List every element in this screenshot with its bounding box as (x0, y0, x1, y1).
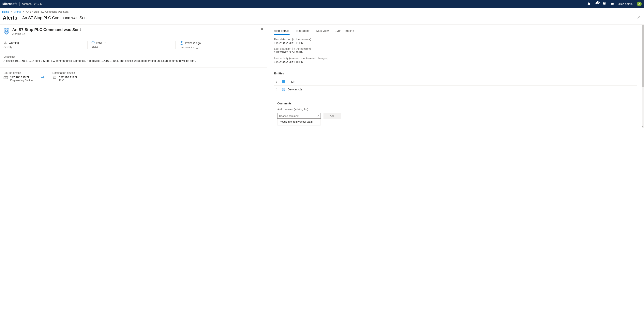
workstation-icon: </> (4, 76, 8, 80)
severity-value: Warning (9, 41, 19, 44)
source-device[interactable]: Source device </> 192.168.119.22 Enginee… (4, 71, 32, 82)
breadcrumb-sep: > (11, 10, 12, 13)
ip-icon (282, 80, 286, 84)
page-subtitle: An S7 Stop PLC Command was Sent (22, 16, 88, 20)
entity-ip-label: IP (2) (288, 80, 294, 83)
tab-take-action[interactable]: Take action (296, 28, 310, 35)
source-device-type: Engineering Station (10, 79, 32, 82)
destination-device-ip: 192.168.119.3 (59, 76, 77, 79)
breadcrumb-current: An S7 Stop PLC Command was Sent (26, 10, 68, 13)
close-icon[interactable] (636, 15, 641, 21)
brand-logo: Microsoft (2, 2, 20, 6)
comments-section: Comments Add comment (existing list) Cho… (274, 98, 345, 128)
shield-icon (4, 28, 10, 34)
svg-rect-3 (5, 42, 6, 44)
comments-sub: Add comment (existing list) (277, 108, 342, 111)
scrollbar-thumb[interactable] (642, 25, 644, 87)
first-detection-value: 11/22/2022, 3:51:11 PM (274, 41, 637, 44)
username-label[interactable]: alice-admin (618, 2, 632, 6)
chevron-down-icon (316, 115, 319, 117)
comment-dropdown: Needs info from vendor team (277, 119, 321, 125)
svg-rect-9 (53, 76, 56, 79)
last-detection-net-value: 11/22/2022, 3:54:38 PM (274, 51, 637, 54)
alert-summary-panel: An S7 Stop PLC Command was Sent Alert ID… (0, 25, 267, 128)
add-comment-button[interactable]: Add (324, 113, 341, 119)
bell-icon[interactable]: 0 (595, 2, 598, 6)
notification-badge: 0 (597, 1, 600, 4)
last-activity-label: Last activity (manual or automated chang… (274, 57, 637, 60)
destination-device[interactable]: Destination device 192.168.119.3 PLC (52, 71, 77, 82)
status-value: New (96, 41, 102, 44)
severity-stat: Warning Severity (4, 41, 88, 49)
comment-placeholder: Choose comment (279, 114, 299, 118)
entities-heading: Entities (274, 72, 637, 75)
destination-device-type: PLC (59, 79, 77, 82)
clock-icon (180, 41, 184, 45)
svg-rect-4 (5, 44, 6, 44)
details-tabs: Alert details Take action Map view Event… (274, 28, 637, 35)
arrow-right-icon (40, 76, 44, 79)
svg-marker-14 (282, 88, 285, 91)
alert-id: Alert ID: 17 (12, 32, 81, 35)
last-detection-net-label: Last detection (in the network) (274, 47, 637, 50)
status-stat[interactable]: New Status (88, 41, 176, 49)
source-device-ip: 192.168.119.22 (10, 76, 32, 79)
title-bar: Alerts An S7 Stop PLC Command was Sent (0, 15, 644, 24)
info-icon[interactable] (196, 46, 198, 49)
svg-rect-10 (54, 77, 54, 78)
alert-title: An S7 Stop PLC Command was Sent (12, 28, 81, 32)
last-detection-stat: 2 weeks ago Last detection (176, 41, 264, 49)
svg-rect-1 (6, 30, 7, 31)
spinner-icon (92, 41, 95, 44)
svg-text:</>: </> (5, 77, 6, 78)
book-icon[interactable] (602, 2, 606, 6)
comment-combobox[interactable]: Choose comment (277, 113, 321, 119)
description-label: Description (4, 56, 264, 58)
svg-rect-13 (282, 81, 285, 81)
destination-device-label: Destination device (52, 71, 77, 74)
cloud-icon[interactable] (610, 2, 614, 6)
tenant-label: contoso - 22.2.6 (22, 2, 42, 6)
source-device-label: Source device (4, 71, 32, 74)
tab-alert-details[interactable]: Alert details (274, 28, 289, 35)
plc-icon (52, 76, 57, 80)
chevron-right-icon[interactable] (276, 80, 278, 83)
chevron-right-icon[interactable] (276, 88, 278, 90)
svg-rect-11 (54, 78, 56, 78)
tab-event-timeline[interactable]: Event Timeline (335, 28, 354, 35)
warning-icon (4, 41, 7, 44)
top-nav: Microsoft contoso - 22.2.6 0 alice-admin… (0, 0, 644, 8)
scrollbar[interactable]: ▲ ▼ (642, 25, 644, 128)
description-text: A device 192.168.119.22 sent a Stop PLC … (4, 59, 264, 63)
status-label: Status (92, 46, 173, 48)
collapse-icon[interactable] (260, 28, 264, 31)
avatar[interactable]: A (637, 2, 642, 6)
breadcrumb-sep: > (23, 10, 24, 13)
tab-map-view[interactable]: Map view (316, 28, 328, 35)
gear-icon[interactable] (587, 2, 590, 6)
scroll-down-icon[interactable]: ▼ (642, 126, 644, 128)
entity-ip-row[interactable]: IP (2) (274, 78, 637, 86)
comment-option[interactable]: Needs info from vendor team (278, 119, 320, 125)
devices-icon (282, 88, 286, 91)
alert-details-panel: Alert details Take action Map view Event… (267, 25, 642, 128)
comments-heading: Comments (277, 102, 342, 105)
entity-devices-row[interactable]: Devices (2) (274, 86, 637, 93)
severity-label: Severity (4, 46, 85, 48)
entities-section: Entities IP (2) Devices (2) (274, 72, 637, 93)
last-detection-label: Last detection (180, 46, 194, 49)
last-detection-value: 2 weeks ago (185, 42, 201, 44)
breadcrumb-home[interactable]: Home (2, 10, 9, 13)
svg-rect-12 (282, 80, 286, 83)
entity-devices-label: Devices (2) (288, 88, 302, 91)
breadcrumb: Home > Alerts > An S7 Stop PLC Command w… (0, 8, 644, 15)
last-activity-value: 11/22/2022, 3:54:38 PM (274, 60, 637, 63)
chevron-down-icon[interactable] (104, 42, 106, 44)
svg-rect-2 (6, 32, 7, 32)
page-title: Alerts (3, 15, 17, 21)
first-detection-label: First detection (in the network) (274, 38, 637, 41)
breadcrumb-alerts[interactable]: Alerts (14, 10, 21, 13)
